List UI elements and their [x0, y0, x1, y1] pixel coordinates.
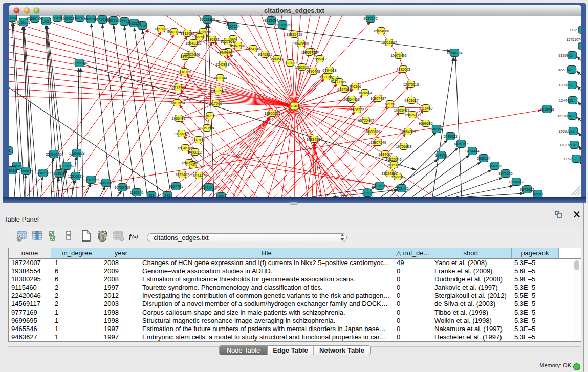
svg-text:12505135: 12505135 — [68, 174, 83, 178]
svg-text:6990448: 6990448 — [306, 70, 320, 73]
svg-text:7663822: 7663822 — [154, 27, 168, 31]
svg-text:17957273: 17957273 — [83, 178, 99, 182]
svg-text:16046766: 16046766 — [177, 146, 193, 150]
svg-text:1209387: 1209387 — [558, 83, 572, 87]
svg-text:746266: 746266 — [349, 85, 361, 89]
svg-text:13325419: 13325419 — [286, 33, 302, 36]
svg-text:7625402: 7625402 — [175, 173, 189, 177]
svg-text:9699695: 9699695 — [419, 122, 432, 125]
svg-text:4055721: 4055721 — [16, 20, 30, 24]
svg-text:18300295: 18300295 — [264, 112, 280, 115]
svg-text:16107554: 16107554 — [169, 101, 185, 105]
svg-text:1112: 1112 — [570, 28, 577, 32]
svg-text:10807487: 10807487 — [370, 97, 386, 100]
svg-text:9474444: 9474444 — [465, 149, 479, 153]
svg-text:15495798: 15495798 — [404, 113, 420, 117]
svg-text:9498222: 9498222 — [188, 150, 202, 154]
svg-text:9657791: 9657791 — [169, 185, 183, 188]
svg-text:887833: 887833 — [192, 138, 204, 142]
svg-text:8293: 8293 — [363, 191, 372, 195]
svg-text:3267110: 3267110 — [203, 114, 217, 118]
svg-text:16671355: 16671355 — [105, 19, 121, 23]
svg-text:19166825: 19166825 — [173, 132, 189, 136]
svg-text:8813054: 8813054 — [264, 19, 278, 23]
svg-text:1588520: 1588520 — [270, 57, 284, 61]
svg-text:9227341: 9227341 — [558, 68, 572, 72]
svg-text:245: 245 — [164, 194, 170, 198]
svg-text:20691406: 20691406 — [27, 17, 42, 20]
svg-text:8215958: 8215958 — [540, 107, 554, 111]
svg-text:10654112: 10654112 — [509, 180, 525, 184]
svg-text:16648784: 16648784 — [446, 51, 462, 55]
svg-text:114519: 114519 — [54, 172, 66, 176]
svg-text:3624554: 3624554 — [358, 91, 372, 95]
svg-text:20364436: 20364436 — [343, 98, 359, 101]
svg-text:6479197: 6479197 — [454, 142, 468, 146]
svg-text:8322037: 8322037 — [283, 61, 297, 65]
svg-text:9777169: 9777169 — [332, 80, 346, 84]
svg-text:16543382: 16543382 — [185, 41, 201, 45]
svg-text:9463627: 9463627 — [404, 99, 418, 102]
svg-text:12342737: 12342737 — [35, 171, 51, 175]
svg-text:1244415: 1244415 — [559, 99, 573, 102]
svg-text:252214: 252214 — [391, 175, 403, 179]
svg-text:10961758: 10961758 — [301, 51, 317, 54]
svg-text:7357224: 7357224 — [226, 25, 239, 28]
svg-text:18640910: 18640910 — [293, 42, 309, 46]
svg-text:15751074: 15751074 — [566, 38, 582, 41]
svg-text:940954: 940954 — [430, 127, 442, 131]
svg-text:15692371: 15692371 — [558, 129, 574, 133]
svg-text:10958107: 10958107 — [98, 181, 114, 185]
svg-text:8912954: 8912954 — [180, 32, 194, 35]
svg-text:2087642: 2087642 — [363, 17, 377, 20]
svg-text:7955812: 7955812 — [313, 57, 326, 61]
svg-text:2718176: 2718176 — [177, 70, 191, 74]
svg-text:8471676: 8471676 — [498, 172, 512, 176]
svg-text:9245652: 9245652 — [520, 188, 534, 191]
svg-text:18724007: 18724007 — [286, 104, 302, 108]
svg-text:1615112: 1615112 — [387, 163, 401, 167]
svg-text:16914479: 16914479 — [191, 174, 207, 178]
svg-text:25206576: 25206576 — [46, 152, 61, 156]
svg-text:16120746: 16120746 — [385, 158, 401, 161]
svg-text:417006: 417006 — [210, 102, 222, 105]
svg-text:10973493: 10973493 — [390, 54, 406, 57]
svg-text:19218506: 19218506 — [274, 23, 290, 27]
svg-text:12975115: 12975115 — [403, 83, 419, 86]
svg-text:1965493: 1965493 — [171, 117, 185, 120]
svg-text:9329966: 9329966 — [558, 54, 572, 57]
svg-text:14136141: 14136141 — [372, 184, 387, 188]
svg-text:1156829: 1156829 — [19, 169, 33, 173]
svg-text:9146821: 9146821 — [258, 53, 272, 56]
svg-text:1733426: 1733426 — [395, 187, 408, 190]
svg-text:10025433: 10025433 — [394, 108, 409, 112]
svg-text:18807249: 18807249 — [370, 141, 386, 144]
svg-text:17359928: 17359928 — [69, 151, 84, 155]
svg-text:92450: 92450 — [533, 192, 543, 196]
svg-text:164095: 164095 — [435, 154, 447, 157]
svg-text:2803144: 2803144 — [213, 76, 227, 80]
svg-text:10975867: 10975867 — [58, 164, 74, 168]
svg-text:19756928: 19756928 — [396, 145, 411, 148]
svg-text:62160: 62160 — [385, 102, 395, 106]
svg-text:2867608: 2867608 — [231, 44, 245, 48]
svg-text:12213967: 12213967 — [381, 41, 397, 45]
svg-text:2935114: 2935114 — [477, 157, 491, 160]
svg-text:16154808: 16154808 — [373, 29, 389, 33]
svg-text:12213363: 12213363 — [170, 86, 186, 90]
svg-text:8186323: 8186323 — [205, 38, 219, 41]
svg-text:5875685: 5875685 — [217, 51, 231, 55]
svg-text:7986322: 7986322 — [350, 108, 364, 112]
svg-text:citations_edges.txt: citations_edges.txt — [264, 7, 324, 14]
svg-text:19654923: 19654923 — [400, 130, 416, 134]
svg-text:8427552: 8427552 — [211, 89, 225, 93]
svg-text:15716485: 15716485 — [201, 186, 216, 189]
svg-text:116753: 116753 — [564, 157, 576, 161]
svg-text:(x): (x) — [132, 234, 138, 240]
svg-text:771: 771 — [121, 20, 127, 24]
svg-text:16782759: 16782759 — [114, 186, 130, 189]
svg-text:98901: 98901 — [180, 55, 190, 58]
svg-text:19384554: 19384554 — [306, 138, 322, 141]
svg-text:9084067: 9084067 — [378, 152, 392, 156]
svg-text:5938923: 5938923 — [443, 135, 457, 138]
